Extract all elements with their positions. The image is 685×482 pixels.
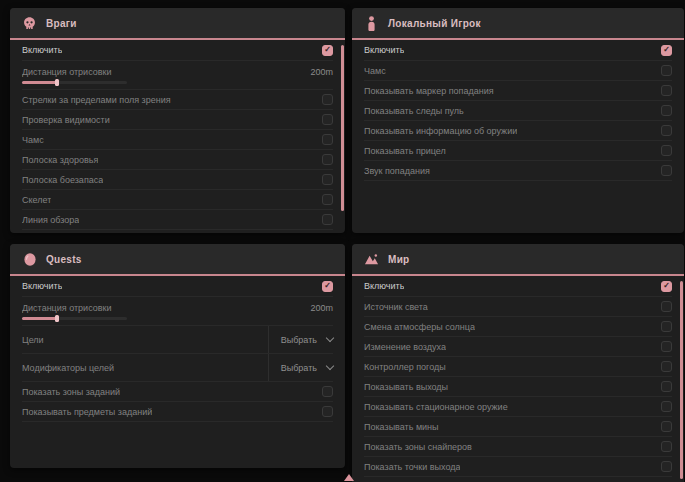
settings-row: Дистанция отрисовки200m (22, 297, 333, 326)
checkbox[interactable] (661, 301, 672, 312)
person-icon (364, 16, 379, 31)
settings-row: Показывать маркер попадания (364, 81, 672, 101)
slider-thumb[interactable] (55, 315, 59, 322)
settings-row: ЦелиВыбрать (22, 326, 333, 354)
row-label: Стрелки за пределами поля зрения (22, 95, 171, 105)
checkbox[interactable] (661, 125, 672, 136)
dropdown-select[interactable]: Выбрать (268, 326, 333, 353)
checkbox[interactable] (322, 174, 333, 185)
checkbox[interactable]: ✓ (661, 45, 672, 56)
panel-world: Мир Включить✓Источник светаСмена атмосфе… (352, 244, 684, 482)
checkbox[interactable] (322, 214, 333, 225)
row-label: Чамс (22, 135, 44, 145)
row-label: Проверка видимости (22, 115, 110, 125)
settings-row: Показывать следы пуль (22, 230, 333, 233)
row-label: Включить (364, 45, 404, 55)
checkbox[interactable] (322, 134, 333, 145)
row-label: Показывать мины (364, 422, 439, 432)
row-label: Показывать маркер попадания (364, 86, 494, 96)
checkbox[interactable] (322, 94, 333, 105)
row-label: Чамс (364, 66, 386, 76)
panel-title: Quests (46, 254, 82, 265)
settings-row: Чамс (22, 130, 333, 150)
checkbox[interactable] (661, 145, 672, 156)
slider-fill (22, 317, 57, 320)
panel-header: Мир (352, 244, 684, 274)
slider-label-line: Дистанция отрисовки200m (22, 67, 333, 77)
settings-row: Чамс (364, 61, 672, 81)
row-label: Включить (364, 281, 404, 291)
settings-row: Показывать мины (364, 417, 672, 437)
checkbox[interactable] (661, 361, 672, 372)
checkbox[interactable] (661, 65, 672, 76)
row-label: Показывать информацию об оружии (364, 126, 517, 136)
checkbox[interactable] (661, 381, 672, 392)
settings-row: Скелет (22, 190, 333, 210)
settings-row: Показать зоны снайперов (364, 437, 672, 457)
dropdown-select[interactable]: Выбрать (268, 354, 333, 381)
panel-title: Враги (46, 18, 77, 29)
checkbox[interactable]: ✓ (322, 45, 333, 56)
row-label: Модификаторы целей (22, 363, 114, 373)
settings-row: Контроллер погоды (364, 357, 672, 377)
checkbox[interactable] (661, 461, 672, 472)
checkbox[interactable] (661, 421, 672, 432)
checkbox[interactable] (661, 401, 672, 412)
row-label: Контроллер погоды (364, 362, 446, 372)
row-label: Показывать предметы заданий (22, 407, 152, 417)
scrollbar-thumb[interactable] (341, 45, 344, 211)
skull-icon (22, 16, 37, 31)
settings-row: Источник света (364, 297, 672, 317)
settings-row: Показывать информацию об оружии (364, 121, 672, 141)
settings-row: Показать зоны заданий (22, 382, 333, 402)
checkbox[interactable] (322, 154, 333, 165)
slider-thumb[interactable] (55, 79, 59, 86)
panel-body: Включить✓Дистанция отрисовки200mСтрелки … (10, 40, 345, 233)
slider-value: 200m (310, 303, 333, 313)
row-label: Включить (22, 45, 62, 55)
checkbox[interactable] (661, 165, 672, 176)
dropdown-value: Выбрать (281, 363, 317, 373)
checkbox[interactable] (322, 114, 333, 125)
settings-row: Показывать следы пуль (364, 101, 672, 121)
row-label: Звук попадания (364, 166, 430, 176)
settings-row: Включить✓ (22, 40, 333, 61)
row-label: Показать зоны заданий (22, 387, 120, 397)
slider-track[interactable] (22, 81, 127, 84)
settings-row: Проверка видимости (22, 110, 333, 130)
row-label: Полоска здоровья (22, 155, 98, 165)
settings-row: Показывать прицел (364, 141, 672, 161)
slider-track[interactable] (22, 317, 127, 320)
slider-value: 200m (310, 67, 333, 77)
checkbox[interactable] (661, 321, 672, 332)
panel-body: Включить✓Дистанция отрисовки200mЦелиВыбр… (10, 276, 345, 468)
settings-row: Дистанция отрисовки200m (22, 61, 333, 90)
checkbox[interactable] (661, 105, 672, 116)
chevron-down-icon (326, 362, 334, 370)
checkbox[interactable] (322, 406, 333, 417)
row-label: Цели (22, 335, 44, 345)
panel-local-player: Локальный Игрок Включить✓ЧамсПоказывать … (352, 8, 684, 233)
checkbox[interactable] (322, 194, 333, 205)
settings-row: Показывать стационарное оружие (364, 397, 672, 417)
checkbox[interactable]: ✓ (661, 281, 672, 292)
row-label: Показывать стационарное оружие (364, 402, 508, 412)
settings-row: Показывать предметы заданий (22, 402, 333, 422)
checkbox[interactable] (661, 441, 672, 452)
scrollbar-thumb[interactable] (680, 281, 683, 479)
settings-row: Полоска боезапаса (22, 170, 333, 190)
panel-enemies: Враги Включить✓Дистанция отрисовки200mСт… (10, 8, 345, 233)
row-label: Показывать прицел (364, 146, 446, 156)
row-label: Источник света (364, 302, 428, 312)
checkbox[interactable] (661, 341, 672, 352)
checkbox[interactable] (322, 386, 333, 397)
checkbox[interactable]: ✓ (322, 281, 333, 292)
panel-header: Враги (10, 8, 345, 38)
settings-row: Показывать выходы (364, 377, 672, 397)
panel-title: Мир (388, 254, 410, 265)
row-label: Показывать выходы (364, 382, 448, 392)
panel-header: Quests (10, 244, 345, 274)
panel-quests: Quests Включить✓Дистанция отрисовки200mЦ… (10, 244, 345, 468)
checkbox[interactable] (661, 85, 672, 96)
row-label: Включить (22, 281, 62, 291)
